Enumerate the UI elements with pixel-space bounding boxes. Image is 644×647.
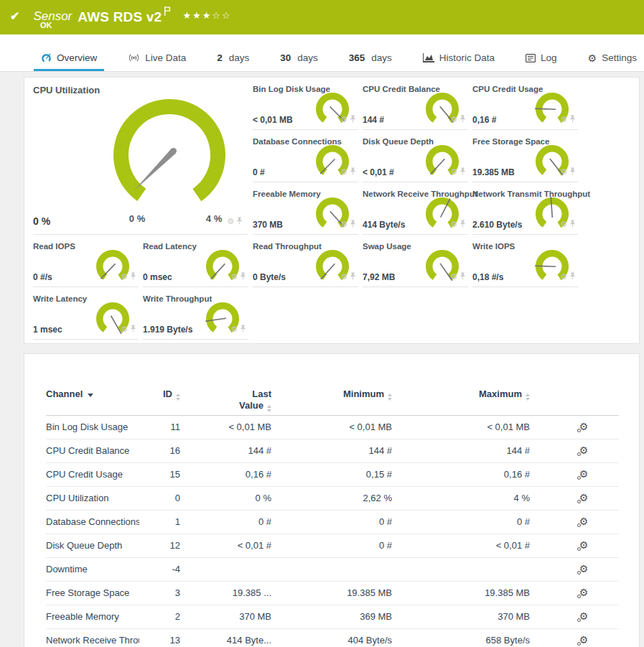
- gauge-cell: Disk Queue Depth< 0,01 #⚙: [363, 136, 468, 182]
- cell-maximum: 0,16 #: [392, 462, 530, 486]
- gauge-actions: ⚙: [121, 322, 136, 335]
- gauge-value: 414 Byte/s: [363, 220, 405, 230]
- gear-icon[interactable]: ⚙: [340, 273, 347, 281]
- priority-stars[interactable]: ★★★☆☆: [182, 11, 231, 20]
- column-label: Maximum: [479, 388, 522, 399]
- gear-icon[interactable]: ⚙: [450, 168, 457, 176]
- channel-settings-icon[interactable]: ⚙: [579, 635, 589, 645]
- cell-channel[interactable]: CPU Credit Balance: [46, 439, 139, 462]
- pin-icon[interactable]: [459, 270, 466, 283]
- table-row: CPU Credit Usage150,16 #0,15 #0,16 #⚙: [46, 462, 619, 486]
- gauge-actions: ⚙: [450, 270, 466, 283]
- cell-channel[interactable]: Free Storage Space: [46, 581, 139, 605]
- column-header-minimum[interactable]: Minimum: [271, 380, 392, 415]
- tab-log[interactable]: Log: [524, 34, 559, 71]
- cell-channel[interactable]: Database Connections: [46, 510, 139, 534]
- pin-icon[interactable]: [459, 218, 466, 231]
- gear-icon[interactable]: ⚙: [121, 273, 128, 281]
- tab-label: Historic Data: [439, 52, 495, 63]
- channel-settings-icon[interactable]: ⚙: [579, 587, 589, 597]
- tab-30-days[interactable]: 30days: [279, 34, 319, 71]
- pin-icon[interactable]: [569, 165, 576, 178]
- table-row: Disk Queue Depth12< 0,01 #0 #< 0,01 #⚙: [46, 534, 619, 557]
- gauge-cell: Freeable Memory370 MB⚙: [253, 188, 358, 235]
- gear-icon[interactable]: ⚙: [450, 273, 457, 281]
- table-row: CPU Credit Balance16144 #144 #144 #⚙: [46, 439, 619, 462]
- tab-overview[interactable]: Overview: [39, 34, 98, 71]
- tab-historic-data[interactable]: Historic Data: [421, 34, 496, 71]
- gear-icon[interactable]: ⚙: [450, 220, 457, 228]
- column-label: Minimum: [343, 388, 384, 399]
- gauge-cell: Write IOPS0,18 #/s⚙: [472, 241, 578, 287]
- channel-settings-icon[interactable]: ⚙: [579, 564, 589, 574]
- gauge-title: Read Throughput: [253, 241, 358, 251]
- gear-icon[interactable]: ⚙: [560, 273, 567, 281]
- cell-minimum: 0,15 #: [271, 462, 392, 486]
- gear-icon[interactable]: ⚙: [227, 218, 234, 225]
- cell-minimum: 144 #: [271, 439, 392, 462]
- pin-icon[interactable]: [130, 270, 136, 283]
- cell-channel[interactable]: Downtime: [46, 557, 139, 581]
- channel-settings-icon[interactable]: ⚙: [579, 493, 589, 503]
- gauge-title: Read Latency: [143, 241, 248, 251]
- gear-icon[interactable]: ⚙: [340, 116, 347, 124]
- gear-icon[interactable]: ⚙: [230, 325, 238, 333]
- live-icon: [128, 53, 140, 62]
- sensor-header: ✔ Sensor AWS RDS v2 ★★★☆☆ OK: [0, 0, 644, 34]
- column-header-channel[interactable]: Channel: [46, 380, 139, 415]
- pin-icon[interactable]: [350, 113, 356, 126]
- pin-icon[interactable]: [236, 215, 243, 228]
- tab-2-days[interactable]: 2days: [215, 34, 251, 71]
- channel-settings-icon[interactable]: ⚙: [579, 540, 589, 550]
- cell-channel[interactable]: Network Receive Throu...: [46, 628, 139, 647]
- gear-icon[interactable]: ⚙: [450, 116, 457, 124]
- channel-settings-icon[interactable]: ⚙: [579, 422, 589, 432]
- pin-icon[interactable]: [459, 165, 466, 178]
- main-gauge-cell: CPU Utilization 0 % 4 % 0 % ⚙: [33, 83, 248, 235]
- cell-channel[interactable]: Disk Queue Depth: [46, 534, 139, 557]
- pin-icon[interactable]: [240, 270, 246, 283]
- pin-icon[interactable]: [240, 322, 246, 335]
- gear-icon[interactable]: ⚙: [560, 116, 567, 124]
- channel-settings-icon[interactable]: ⚙: [579, 469, 589, 479]
- column-header-id[interactable]: ID: [139, 380, 180, 415]
- gauge-actions: ⚙: [560, 113, 576, 126]
- channel-settings-icon[interactable]: ⚙: [579, 611, 589, 621]
- cell-id: 13: [139, 628, 180, 647]
- channel-settings-icon[interactable]: ⚙: [579, 516, 589, 526]
- cell-actions: ⚙: [530, 534, 619, 557]
- cell-maximum: [392, 557, 530, 581]
- gear-icon[interactable]: ⚙: [121, 325, 128, 333]
- cell-channel[interactable]: Bin Log Disk Usage: [46, 415, 139, 439]
- pin-icon[interactable]: [569, 270, 576, 283]
- cell-channel[interactable]: CPU Utilization: [46, 486, 139, 510]
- tab-settings[interactable]: ⚙Settings: [587, 34, 638, 71]
- gear-icon[interactable]: ⚙: [560, 168, 567, 176]
- pin-icon[interactable]: [569, 218, 576, 231]
- gauge-cell: Database Connections0 #⚙: [253, 136, 358, 182]
- column-header-maximum[interactable]: Maximum: [392, 380, 530, 415]
- cell-channel[interactable]: Freeable Memory: [46, 605, 139, 628]
- cell-channel[interactable]: CPU Credit Usage: [46, 462, 139, 486]
- gauge-actions: ⚙: [230, 322, 246, 335]
- gauge-value: < 0,01 #: [363, 167, 394, 177]
- flag-icon[interactable]: [164, 6, 171, 19]
- channel-settings-icon[interactable]: ⚙: [579, 445, 589, 455]
- pin-icon[interactable]: [130, 322, 136, 335]
- tab-live-data[interactable]: Live Data: [126, 34, 187, 71]
- gear-icon[interactable]: ⚙: [560, 220, 567, 228]
- pin-icon[interactable]: [459, 113, 466, 126]
- sort-desc-icon: [88, 394, 93, 397]
- gear-icon[interactable]: ⚙: [230, 273, 238, 281]
- pin-icon[interactable]: [350, 270, 356, 283]
- cell-maximum: < 0,01 #: [392, 534, 530, 557]
- table-header-row: ChannelIDLastValueMinimumMaximum: [46, 380, 619, 415]
- gear-icon[interactable]: ⚙: [340, 168, 347, 176]
- gear-icon[interactable]: ⚙: [340, 220, 347, 228]
- tab-365-days[interactable]: 365days: [347, 34, 393, 71]
- pin-icon[interactable]: [569, 113, 576, 126]
- pin-icon[interactable]: [350, 165, 356, 178]
- pin-icon[interactable]: [350, 218, 356, 231]
- cell-minimum: 2,62 %: [271, 486, 392, 510]
- column-header-last-value[interactable]: LastValue: [180, 380, 271, 415]
